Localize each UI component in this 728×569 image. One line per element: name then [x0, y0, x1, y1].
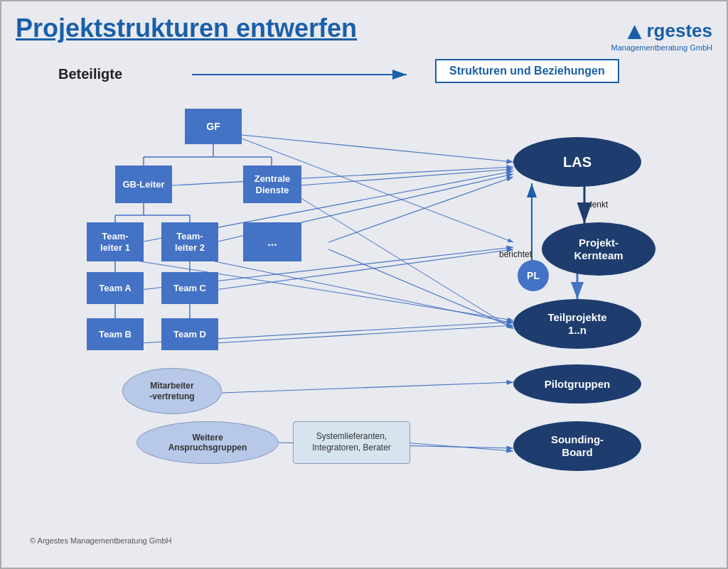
logo-sub: Managementberatung GmbH	[611, 43, 712, 52]
circle-pl: PL	[518, 260, 549, 291]
svg-line-33	[328, 249, 513, 327]
label-lenkt: lenkt	[590, 200, 608, 210]
box-systemlieferanten: Systemlieferanten, Integratoren, Berater	[293, 421, 410, 464]
svg-line-28	[328, 177, 513, 242]
box-ellipsis: ...	[243, 222, 301, 261]
label-berichtet: berichtet	[499, 249, 532, 259]
box-team-d: Team D	[161, 318, 218, 350]
svg-line-23	[242, 135, 513, 162]
oval-projektkernteam: Projekt- Kernteam	[542, 222, 655, 276]
page-title: Projektstrukturen entwerfen	[16, 14, 357, 43]
oval-sounding-board: Sounding- Board	[513, 421, 641, 471]
logo: ▲ rgestes Managementberatung GmbH	[611, 14, 712, 52]
box-gb-leiter: GB-Leiter	[115, 166, 172, 203]
section-label-strukturen: Strukturen und Beziehungen	[435, 59, 619, 83]
svg-line-36	[403, 443, 513, 451]
box-team-a: Team A	[87, 272, 144, 304]
svg-line-39	[300, 197, 513, 329]
section-label-beteiligte: Beteiligte	[58, 66, 122, 82]
box-gf: GF	[185, 109, 242, 144]
oval-weitere: Weitere Anspruchsgruppen	[136, 421, 279, 464]
logo-a: ▲	[623, 17, 647, 45]
box-team-b: Team B	[87, 318, 144, 350]
svg-line-32	[215, 325, 513, 343]
footer: © Argestes Managementberatung GmbH	[30, 536, 172, 545]
logo-text: ▲ rgestes	[623, 17, 712, 45]
svg-line-25	[300, 169, 513, 185]
header: Projektstrukturen entwerfen ▲ rgestes Ma…	[16, 14, 712, 52]
svg-line-34	[222, 382, 513, 393]
page-container: Projektstrukturen entwerfen ▲ rgestes Ma…	[0, 0, 728, 569]
oval-mitarbeiter: Mitarbeiter -vertretung	[122, 368, 222, 414]
oval-pilotgruppen: Pilotgruppen	[513, 364, 641, 403]
diagram: Beteiligte Strukturen und Beziehungen GF…	[16, 59, 712, 549]
logo-name: rgestes	[647, 20, 713, 42]
box-zentrale-dienste: Zentrale Dienste	[243, 166, 301, 203]
box-team-c: Team C	[161, 272, 218, 304]
box-teamleiter2: Team- leiter 2	[161, 222, 218, 261]
svg-line-24	[172, 167, 513, 185]
svg-line-38	[215, 261, 513, 323]
oval-teilprojekte: Teilprojekte 1..n	[513, 299, 641, 349]
oval-las: LAS	[513, 137, 641, 187]
box-teamleiter1: Team- leiter 1	[87, 222, 144, 261]
